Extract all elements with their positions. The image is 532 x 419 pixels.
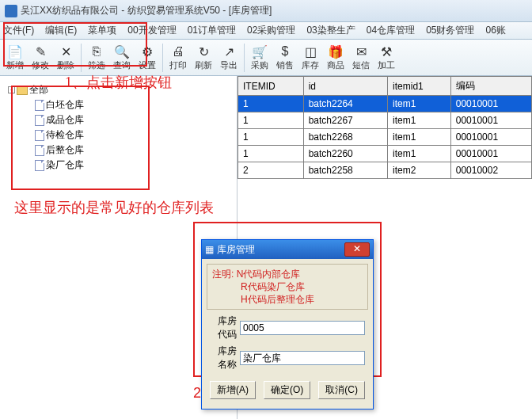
- tree-item[interactable]: 白坯仓库: [3, 97, 234, 112]
- cell: 1: [238, 146, 304, 162]
- cell: 00010001: [450, 96, 531, 112]
- tree-root-label: 全部: [29, 83, 48, 97]
- cancel-button[interactable]: 取消(C): [318, 381, 365, 399]
- tool-新增[interactable]: 📄新增: [3, 41, 27, 74]
- tree-item[interactable]: 成品仓库: [3, 112, 234, 128]
- col-header[interactable]: id: [303, 77, 387, 96]
- 刷新-icon: ↻: [196, 44, 211, 59]
- tool-刷新[interactable]: ↻刷新: [192, 41, 215, 74]
- tool-库存[interactable]: ◫库存: [298, 41, 322, 74]
- annotation-text-1: 1、点击新增按钮: [65, 73, 172, 92]
- add-button[interactable]: 新增(A): [210, 381, 256, 399]
- 库存-icon: ◫: [302, 44, 318, 59]
- 删除-icon: ✕: [58, 44, 74, 59]
- close-icon[interactable]: ✕: [344, 242, 370, 257]
- cell: item1: [388, 129, 451, 146]
- tool-查询[interactable]: 🔍查询: [110, 41, 134, 74]
- code-input[interactable]: [240, 321, 365, 335]
- menu-02[interactable]: 02采购管理: [247, 24, 295, 37]
- tool-label: 短信: [352, 59, 370, 71]
- tool-label: 筛选: [88, 59, 105, 71]
- tool-加工[interactable]: ⚒加工: [374, 41, 398, 74]
- cell: item1: [388, 146, 451, 162]
- tool-修改[interactable]: ✎修改: [28, 41, 52, 74]
- menu-03[interactable]: 03染整生产: [306, 24, 355, 37]
- app-icon: [5, 5, 17, 17]
- menu-06[interactable]: 06账: [485, 24, 505, 37]
- data-table: ITEMIDiditemid1编码 1batch2264item10001000…: [238, 76, 532, 179]
- table-row[interactable]: 1batch2260item100010001: [238, 146, 532, 162]
- tool-商品[interactable]: 🎁商品: [324, 41, 348, 74]
- menu-00[interactable]: 00开发管理: [127, 24, 176, 37]
- document-icon: [35, 115, 44, 126]
- tool-打印[interactable]: 🖨打印: [166, 41, 190, 74]
- table-row[interactable]: 1batch2264item100010001: [238, 96, 532, 112]
- menu-04[interactable]: 04仓库管理: [367, 24, 415, 37]
- tool-短信[interactable]: ✉短信: [349, 41, 373, 74]
- document-icon: [35, 160, 44, 171]
- name-input[interactable]: [240, 351, 365, 365]
- cell: batch2260: [303, 146, 387, 162]
- 设置-icon: ⚙: [139, 44, 155, 59]
- annotation-text-2: 这里显示的是常见好的仓库列表: [14, 198, 214, 217]
- cell: batch2268: [303, 129, 387, 146]
- tool-label: 销售: [276, 59, 294, 71]
- col-header[interactable]: itemid1: [388, 77, 451, 96]
- cell: 00010002: [450, 162, 531, 179]
- tree-item-label: 染厂仓库: [46, 158, 84, 172]
- collapse-icon[interactable]: -: [8, 86, 15, 93]
- cell: batch2264: [303, 96, 387, 112]
- window-title: 吴江XX纺织品有限公司 - 纺织贸易管理系统V50 - [库房管理]: [21, 4, 272, 17]
- tree-item[interactable]: 染厂仓库: [3, 158, 234, 173]
- tool-label: 修改: [32, 59, 49, 71]
- 商品-icon: 🎁: [328, 44, 344, 59]
- tree-item[interactable]: 待检仓库: [3, 128, 234, 143]
- warehouse-dialog: ▦ 库房管理 ✕ 注明: N代码内部仓库 R代码染厂仓库 H代码后整理仓库 库房…: [201, 239, 374, 409]
- table-row[interactable]: 1batch2267item100010001: [238, 112, 532, 129]
- tool-label: 加工: [378, 59, 395, 71]
- note-line-n: 注明: N代码内部仓库: [212, 269, 300, 280]
- tool-label: 库存: [302, 59, 319, 71]
- table-row[interactable]: 2batch2258item200010002: [238, 162, 532, 179]
- tool-label: 删除: [57, 59, 74, 71]
- tool-label: 采购: [251, 59, 268, 71]
- col-header[interactable]: 编码: [450, 77, 531, 96]
- tool-设置[interactable]: ⚙设置: [135, 41, 159, 74]
- tree-item-label: 待检仓库: [46, 128, 84, 142]
- 采购-icon: 🛒: [252, 44, 268, 59]
- tree-item[interactable]: 后整仓库: [3, 143, 234, 158]
- dialog-title: 库房管理: [217, 243, 255, 257]
- dialog-note: 注明: N代码内部仓库 R代码染厂仓库 H代码后整理仓库: [207, 264, 368, 310]
- tool-label: 商品: [327, 59, 344, 71]
- tool-筛选[interactable]: ⎘筛选: [85, 41, 108, 74]
- cell: 1: [238, 96, 304, 112]
- tool-导出[interactable]: ↗导出: [217, 41, 241, 74]
- 导出-icon: ↗: [221, 44, 237, 59]
- col-header[interactable]: ITEMID: [238, 77, 304, 96]
- dialog-titlebar[interactable]: ▦ 库房管理 ✕: [202, 240, 373, 259]
- tool-label: 设置: [139, 59, 156, 71]
- table-row[interactable]: 1batch2268item100010001: [238, 129, 532, 146]
- tool-label: 打印: [169, 59, 187, 71]
- code-label: 库房代码: [210, 314, 237, 341]
- menu-item[interactable]: 菜单项: [88, 24, 116, 37]
- menu-01[interactable]: 01订单管理: [188, 24, 236, 37]
- cell: batch2258: [303, 162, 387, 179]
- 筛选-icon: ⎘: [89, 44, 104, 59]
- ok-button[interactable]: 确定(O): [264, 381, 310, 399]
- tool-采购[interactable]: 🛒采购: [248, 41, 272, 74]
- 销售-icon: $: [277, 44, 293, 59]
- menu-file[interactable]: 文件(F): [3, 24, 34, 37]
- tool-销售[interactable]: $销售: [273, 41, 297, 74]
- menu-05[interactable]: 05财务管理: [426, 24, 474, 37]
- dialog-icon: ▦: [205, 244, 214, 255]
- cell: 00010001: [450, 129, 531, 146]
- document-icon: [35, 130, 44, 141]
- tree-item-label: 成品仓库: [46, 113, 84, 127]
- cell: 00010001: [450, 146, 531, 162]
- cell: batch2267: [303, 112, 387, 129]
- tool-删除[interactable]: ✕删除: [54, 41, 78, 74]
- titlebar: 吴江XX纺织品有限公司 - 纺织贸易管理系统V50 - [库房管理]: [0, 0, 532, 22]
- menu-edit[interactable]: 编辑(E): [45, 24, 77, 37]
- tool-label: 查询: [113, 59, 131, 71]
